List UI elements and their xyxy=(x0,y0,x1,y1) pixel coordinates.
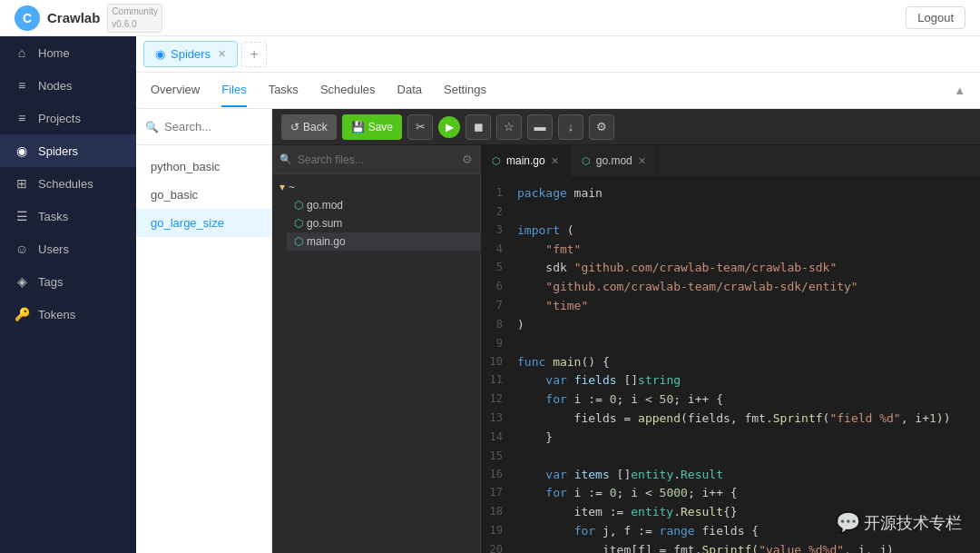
code-line: 12 for i := 0; i < 50; i++ { xyxy=(481,390,980,410)
tree-item-gomod[interactable]: ⬡ go.mod xyxy=(287,196,480,214)
nav-item-files[interactable]: Files xyxy=(221,74,246,107)
save-icon: 💾 xyxy=(351,121,365,133)
tab-spider-icon: ◉ xyxy=(155,47,165,61)
app-brand: Crawlab xyxy=(47,10,100,25)
nav-item-schedules[interactable]: Schedules xyxy=(320,74,376,107)
projects-icon: ≡ xyxy=(15,111,29,125)
sidebar-item-nodes[interactable]: ≡ Nodes xyxy=(0,69,136,102)
community-line1: Community xyxy=(112,5,158,18)
layout: ⌂ Home ≡ Nodes ≡ Projects ◉ Spiders ⊞ Sc… xyxy=(0,0,980,553)
sidebar-item-schedules[interactable]: ⊞ Schedules xyxy=(0,167,136,200)
sidebar-item-tokens[interactable]: 🔑 Tokens xyxy=(0,298,136,331)
search-icon: 🔍 xyxy=(145,121,159,133)
tab-add-button[interactable]: + xyxy=(241,42,267,67)
file-tree-panel: 🔍 ⚙ ▾ ~ ⬡ go. xyxy=(272,145,481,553)
files-view: 🔍 python_basic go_basic go_large_size ↺ xyxy=(136,109,980,553)
code-line: 17 for i := 0; i < 5000; i++ { xyxy=(481,484,980,503)
sidebar-item-label: Home xyxy=(38,46,70,60)
spider-list-panel: 🔍 python_basic go_basic go_large_size xyxy=(136,109,272,553)
run-button[interactable]: ▶ xyxy=(438,116,460,138)
nav-item-tasks[interactable]: Tasks xyxy=(269,74,299,107)
star-button[interactable]: ☆ xyxy=(496,114,522,140)
sidebar-item-label: Projects xyxy=(38,112,81,125)
code-line: 13 fields = append(fields, fmt.Sprintf("… xyxy=(481,410,980,429)
spider-content: Overview Files Tasks Schedules Data Sett… xyxy=(136,73,980,553)
code-line: 4 "fmt" xyxy=(481,241,980,260)
logo-letter: C xyxy=(23,11,32,25)
logout-button[interactable]: Logout xyxy=(906,6,965,29)
editor-tabs: ⬡ main.go ✕ ⬡ go.mod ✕ xyxy=(481,145,980,177)
file-name: go.sum xyxy=(307,217,342,230)
nav-item-overview[interactable]: Overview xyxy=(151,74,200,107)
tasks-icon: ☰ xyxy=(15,209,29,223)
main-content: ◉ Spiders ✕ + Overview Files Tasks Sched… xyxy=(136,36,980,553)
terminal-button[interactable]: ▬ xyxy=(527,114,553,140)
editor-tab-close[interactable]: ✕ xyxy=(638,155,646,167)
search-files-bar: 🔍 ⚙ xyxy=(272,145,480,174)
code-line: 14 } xyxy=(481,429,980,448)
editor-area: 🔍 ⚙ ▾ ~ ⬡ go. xyxy=(272,145,980,553)
sidebar-item-projects[interactable]: ≡ Projects xyxy=(0,102,136,134)
editor-tab-maingo[interactable]: ⬡ main.go ✕ xyxy=(481,145,571,177)
sidebar-item-users[interactable]: ☺ Users xyxy=(0,232,136,265)
editor-tab-close[interactable]: ✕ xyxy=(551,155,559,167)
search-files-input[interactable] xyxy=(298,153,456,166)
list-item-go-large[interactable]: go_large_size xyxy=(136,209,271,237)
sidebar-item-tasks[interactable]: ☰ Tasks xyxy=(0,200,136,232)
list-item-python-basic[interactable]: python_basic xyxy=(136,153,271,181)
file-name: main.go xyxy=(307,235,346,248)
folder-icon: ▾ xyxy=(279,181,285,193)
sidebar-item-label: Tags xyxy=(38,275,63,289)
stop-button[interactable]: ◼ xyxy=(466,114,491,140)
tree-item-gosum[interactable]: ⬡ go.sum xyxy=(287,214,480,232)
code-line: 3 import ( xyxy=(481,222,980,241)
cut-button[interactable]: ✂ xyxy=(407,114,433,140)
go-icon: ⬡ xyxy=(492,155,501,167)
code-line: 1 package main xyxy=(481,184,980,203)
navbar: C Crawlab Community v0.6.0 Logout xyxy=(0,0,980,36)
nav-collapse-button[interactable]: ▲ xyxy=(954,84,965,97)
file-go-icon: ⬡ xyxy=(294,199,303,212)
tree-root[interactable]: ▾ ~ xyxy=(272,178,480,196)
sidebar-item-home[interactable]: ⌂ Home xyxy=(0,36,136,69)
back-icon: ↺ xyxy=(290,121,299,133)
spiders-icon: ◉ xyxy=(15,143,29,158)
file-name: go.mod xyxy=(307,199,343,212)
code-line: 9 xyxy=(481,335,980,353)
tab-spiders[interactable]: ◉ Spiders ✕ xyxy=(143,41,238,67)
community-badge: Community v0.6.0 xyxy=(107,4,162,33)
editor-tab-gomod[interactable]: ⬡ go.mod ✕ xyxy=(571,145,658,177)
nodes-icon: ≡ xyxy=(15,78,29,93)
code-line: 6 "github.com/crawlab-team/crawlab-sdk/e… xyxy=(481,278,980,297)
code-line: 16 var items []entity.Result xyxy=(481,466,980,485)
sidebar-item-tags[interactable]: ◈ Tags xyxy=(0,265,136,298)
list-item-go-basic[interactable]: go_basic xyxy=(136,181,271,209)
tree-item-maingo[interactable]: ⬡ main.go xyxy=(287,232,480,251)
sidebar-item-label: Tasks xyxy=(38,210,68,223)
editor-tab-label: main.go xyxy=(506,154,545,167)
search-input[interactable] xyxy=(164,120,262,133)
tab-label: Spiders xyxy=(171,47,211,61)
schedules-icon: ⊞ xyxy=(15,176,29,191)
search-bar: 🔍 xyxy=(136,109,271,145)
back-button[interactable]: ↺ Back xyxy=(281,114,337,140)
code-area[interactable]: 1 package main 2 3 import ( xyxy=(481,177,980,553)
nav-item-data[interactable]: Data xyxy=(397,74,422,107)
sidebar-item-label: Schedules xyxy=(38,177,93,191)
navbar-left: C Crawlab Community v0.6.0 xyxy=(15,4,162,33)
home-icon: ⌂ xyxy=(15,45,29,60)
download-button[interactable]: ↓ xyxy=(558,114,583,140)
tab-close-button[interactable]: ✕ xyxy=(218,48,226,60)
code-editor: ⬡ main.go ✕ ⬡ go.mod ✕ xyxy=(481,145,980,553)
code-line: 5 sdk "github.com/crawlab-team/crawlab-s… xyxy=(481,259,980,278)
code-line: 11 var fields []string xyxy=(481,371,980,390)
tree-settings-icon[interactable]: ⚙ xyxy=(462,153,473,166)
go-icon: ⬡ xyxy=(582,155,591,167)
code-line: 10 func main() { xyxy=(481,353,980,372)
code-line: 2 xyxy=(481,203,980,222)
save-button[interactable]: 💾 Save xyxy=(342,114,402,140)
nav-item-settings[interactable]: Settings xyxy=(444,74,486,107)
search-files-icon: 🔍 xyxy=(279,153,292,165)
settings-button[interactable]: ⚙ xyxy=(589,114,614,140)
sidebar-item-spiders[interactable]: ◉ Spiders xyxy=(0,134,136,167)
